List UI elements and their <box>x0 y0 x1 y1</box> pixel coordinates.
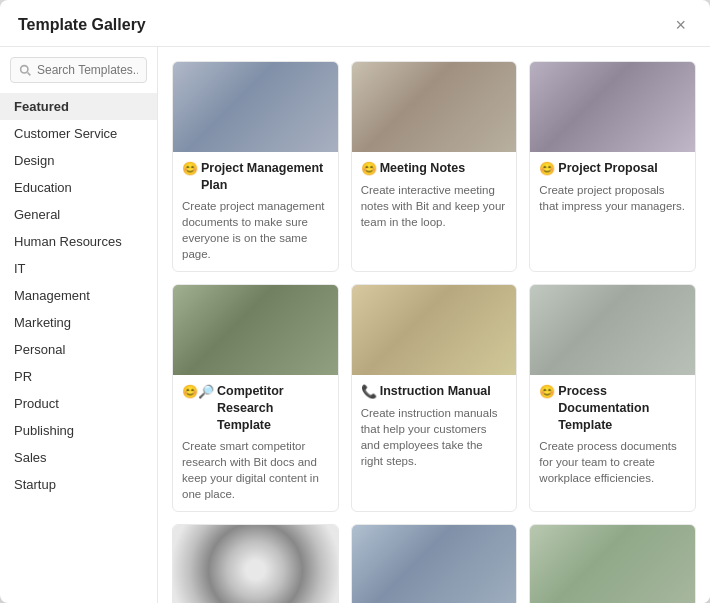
modal-title: Template Gallery <box>18 16 146 34</box>
template-card-project-mgmt[interactable]: 😊Project Management PlanCreate project m… <box>172 61 339 272</box>
template-name-text-instruction-manual: Instruction Manual <box>380 383 491 400</box>
template-emoji-project-proposal: 😊 <box>539 160 555 178</box>
template-desc-process-doc: Create process documents for your team t… <box>539 438 686 486</box>
template-desc-meeting-notes: Create interactive meeting notes with Bi… <box>361 182 508 230</box>
template-card-swot-analysis[interactable]: 😊🔎SWOT Analysis TemplateCreate smart int… <box>529 524 696 603</box>
template-card-smart-goals[interactable]: 😊SMART Goals TemplateCreate SMART Goals … <box>172 524 339 603</box>
search-input[interactable] <box>37 63 138 77</box>
template-name-competitor-research: 😊🔎Competitor Research Template <box>182 383 329 434</box>
template-card-instruction-manual[interactable]: 📞Instruction ManualCreate instruction ma… <box>351 284 518 512</box>
svg-line-1 <box>28 72 31 75</box>
sidebar: Featured Customer Service Design Educati… <box>0 47 158 603</box>
sidebar-item-product[interactable]: Product <box>0 390 157 417</box>
template-emoji-meeting-notes: 😊 <box>361 160 377 178</box>
content-area: 😊Project Management PlanCreate project m… <box>158 47 710 603</box>
template-card-project-proposal[interactable]: 😊Project ProposalCreate project proposal… <box>529 61 696 272</box>
template-name-text-meeting-notes: Meeting Notes <box>380 160 465 177</box>
template-thumb-competitor-research <box>173 285 338 375</box>
template-info-instruction-manual: 📞Instruction ManualCreate instruction ma… <box>352 375 517 478</box>
sidebar-item-it[interactable]: IT <box>0 255 157 282</box>
template-gallery-modal: Template Gallery × Featured Customer Ser… <box>0 0 710 603</box>
templates-grid: 😊Project Management PlanCreate project m… <box>172 61 696 603</box>
template-name-text-project-mgmt: Project Management Plan <box>201 160 329 194</box>
template-info-meeting-notes: 😊Meeting NotesCreate interactive meeting… <box>352 152 517 239</box>
template-thumb-project-mgmt <box>173 62 338 152</box>
template-desc-competitor-research: Create smart competitor research with Bi… <box>182 438 329 502</box>
template-name-process-doc: 😊Process Documentation Template <box>539 383 686 434</box>
sidebar-item-human-resources[interactable]: Human Resources <box>0 228 157 255</box>
template-emoji-process-doc: 😊 <box>539 383 555 401</box>
modal-header: Template Gallery × <box>0 0 710 47</box>
template-name-instruction-manual: 📞Instruction Manual <box>361 383 508 401</box>
sidebar-item-sales[interactable]: Sales <box>0 444 157 471</box>
template-name-text-process-doc: Process Documentation Template <box>558 383 686 434</box>
template-thumb-project-proposal <box>530 62 695 152</box>
template-emoji-competitor-research: 😊🔎 <box>182 383 214 401</box>
sidebar-item-general[interactable]: General <box>0 201 157 228</box>
sidebar-item-pr[interactable]: PR <box>0 363 157 390</box>
modal-body: Featured Customer Service Design Educati… <box>0 47 710 603</box>
search-box[interactable] <box>10 57 147 83</box>
sidebar-item-education[interactable]: Education <box>0 174 157 201</box>
template-thumb-brainstorm <box>352 525 517 603</box>
template-card-brainstorm[interactable]: 😊Brainstorm TemplateCreate brainstorm do… <box>351 524 518 603</box>
template-thumb-instruction-manual <box>352 285 517 375</box>
template-info-project-mgmt: 😊Project Management PlanCreate project m… <box>173 152 338 271</box>
template-card-competitor-research[interactable]: 😊🔎Competitor Research TemplateCreate sma… <box>172 284 339 512</box>
template-card-meeting-notes[interactable]: 😊Meeting NotesCreate interactive meeting… <box>351 61 518 272</box>
template-desc-project-mgmt: Create project management documents to m… <box>182 198 329 262</box>
template-name-text-competitor-research: Competitor Research Template <box>217 383 329 434</box>
sidebar-item-personal[interactable]: Personal <box>0 336 157 363</box>
sidebar-item-startup[interactable]: Startup <box>0 471 157 498</box>
sidebar-item-design[interactable]: Design <box>0 147 157 174</box>
sidebar-item-customer-service[interactable]: Customer Service <box>0 120 157 147</box>
template-info-process-doc: 😊Process Documentation TemplateCreate pr… <box>530 375 695 495</box>
template-name-meeting-notes: 😊Meeting Notes <box>361 160 508 178</box>
sidebar-item-marketing[interactable]: Marketing <box>0 309 157 336</box>
template-thumb-swot-analysis <box>530 525 695 603</box>
template-info-competitor-research: 😊🔎Competitor Research TemplateCreate sma… <box>173 375 338 511</box>
template-name-project-mgmt: 😊Project Management Plan <box>182 160 329 194</box>
template-emoji-project-mgmt: 😊 <box>182 160 198 178</box>
template-card-process-doc[interactable]: 😊Process Documentation TemplateCreate pr… <box>529 284 696 512</box>
sidebar-item-publishing[interactable]: Publishing <box>0 417 157 444</box>
template-thumb-smart-goals <box>173 525 338 603</box>
template-thumb-meeting-notes <box>352 62 517 152</box>
sidebar-item-management[interactable]: Management <box>0 282 157 309</box>
close-button[interactable]: × <box>669 14 692 36</box>
sidebar-item-featured[interactable]: Featured <box>0 93 157 120</box>
svg-point-0 <box>21 65 28 72</box>
template-desc-instruction-manual: Create instruction manuals that help you… <box>361 405 508 469</box>
template-name-text-project-proposal: Project Proposal <box>558 160 657 177</box>
template-thumb-process-doc <box>530 285 695 375</box>
template-info-project-proposal: 😊Project ProposalCreate project proposal… <box>530 152 695 223</box>
template-desc-project-proposal: Create project proposals that impress yo… <box>539 182 686 214</box>
template-emoji-instruction-manual: 📞 <box>361 383 377 401</box>
template-name-project-proposal: 😊Project Proposal <box>539 160 686 178</box>
search-icon <box>19 64 32 77</box>
